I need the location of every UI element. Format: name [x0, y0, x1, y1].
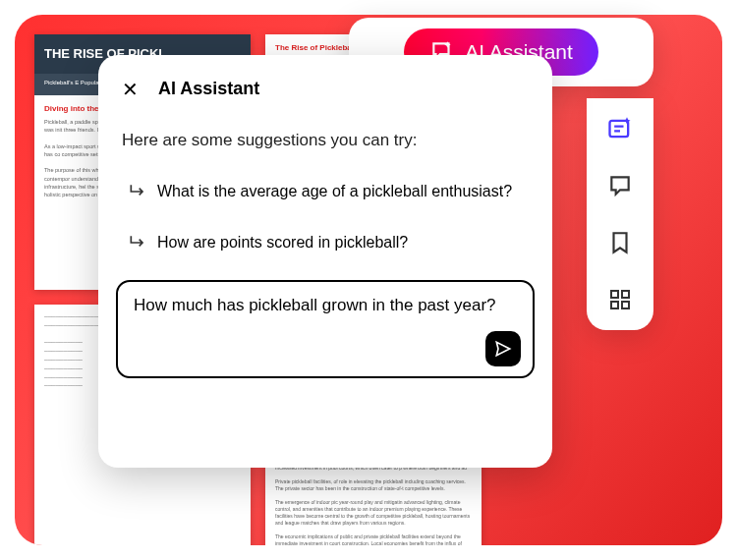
- suggestion-item-2[interactable]: How are points scored in pickleball?: [116, 223, 535, 262]
- panel-title: AI Assistant: [158, 79, 259, 99]
- prompt-input-text: How much has pickleball grown in the pas…: [134, 296, 496, 314]
- suggestion-text: How are points scored in pickleball?: [157, 234, 408, 252]
- send-icon: [493, 339, 513, 359]
- svg-rect-3: [611, 302, 618, 308]
- close-icon[interactable]: ✕: [122, 80, 139, 99]
- bookmark-icon[interactable]: [605, 228, 635, 257]
- reply-arrow-icon: [128, 182, 147, 201]
- svg-rect-0: [610, 121, 629, 137]
- suggestion-text: What is the average age of a pickleball …: [157, 183, 512, 200]
- suggestion-item-1[interactable]: What is the average age of a pickleball …: [116, 172, 535, 211]
- svg-rect-1: [611, 291, 618, 298]
- svg-rect-4: [622, 302, 629, 308]
- comment-icon[interactable]: [605, 171, 635, 200]
- ai-panel-icon[interactable]: [605, 114, 635, 143]
- grid-view-icon[interactable]: [605, 285, 635, 314]
- panel-header: ✕ AI Assistant: [98, 79, 552, 99]
- reply-arrow-icon: [128, 233, 147, 252]
- suggestions-intro: Here are some suggestions you can try:: [98, 131, 552, 150]
- svg-rect-2: [622, 291, 629, 298]
- ai-assistant-panel: ✕ AI Assistant Here are some suggestions…: [98, 55, 552, 468]
- right-toolbar: [587, 98, 653, 330]
- send-button[interactable]: [485, 331, 521, 366]
- prompt-input[interactable]: How much has pickleball grown in the pas…: [116, 280, 535, 378]
